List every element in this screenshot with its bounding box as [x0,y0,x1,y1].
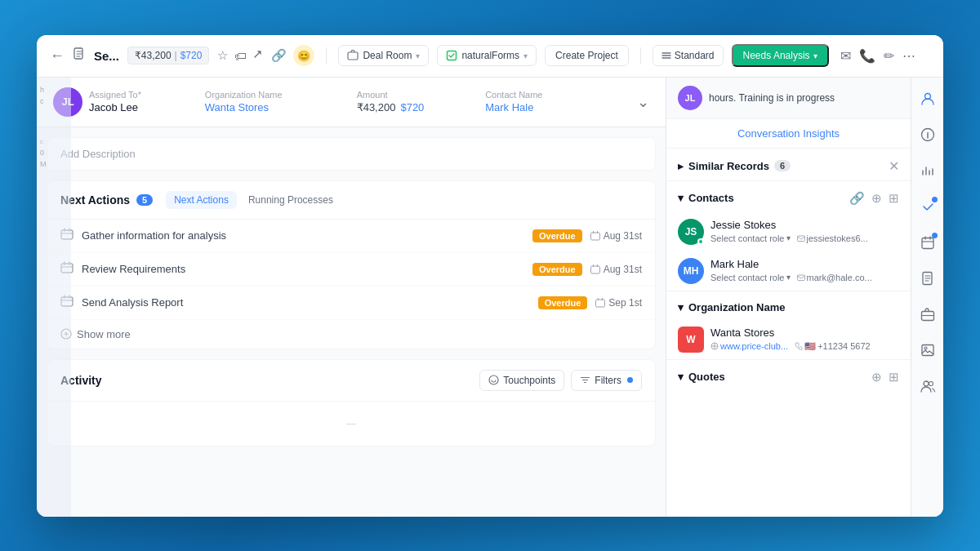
right-panel: JL hours. Training is in progress Conver… [666,78,911,517]
svg-rect-8 [596,300,605,307]
svg-rect-6 [590,266,599,273]
expand-button[interactable]: ⌄ [637,93,649,111]
similar-records-close[interactable]: ✕ [889,158,899,174]
quotes-expand-icon[interactable]: ⊞ [889,370,899,384]
amount-field: Amount ₹43,200 $720 [357,90,473,113]
quotes-header: ▾ Quotes ⊕ ⊞ [666,360,911,391]
rail-info-icon[interactable] [916,123,939,146]
rail-users-icon[interactable] [916,375,939,398]
emoji-button[interactable]: 😊 [293,45,314,66]
top-right-icons: ✉ 📞 ✏ ⋯ [840,48,915,64]
needs-analysis-chevron [813,51,817,60]
email-icon[interactable]: ✉ [840,48,851,64]
notif-avatar: JL [678,86,702,110]
check-dot [932,197,938,202]
toolbar-icons: ☆ 🏷 🔗 😊 [217,45,314,66]
mark-avatar: MH [678,258,704,284]
org-phone: 🇺🇸 +11234 5672 [795,341,871,352]
org-info: Wanta Stores www.price-club... 🇺🇸 +11234… [710,327,899,352]
filters-button[interactable]: Filters [571,370,642,391]
chevron-role: ▾ [786,233,791,242]
svg-point-10 [489,375,498,384]
description-area[interactable]: Add Description [47,137,656,171]
conv-insights-button[interactable]: Conversation Insights [666,118,911,148]
jessie-role-select[interactable]: Select contact role ▾ [710,233,791,243]
create-project-button[interactable]: Create Project [545,45,629,66]
conv-insights-section: JL hours. Training is in progress Conver… [666,78,911,149]
deal-room-button[interactable]: Deal Room [338,45,429,66]
svg-rect-12 [797,275,804,281]
contacts-title[interactable]: ▾ Contacts [678,192,734,204]
tab-running-processes[interactable]: Running Processes [240,191,341,209]
touchpoints-button[interactable]: Touchpoints [479,370,564,391]
next-actions-card: Next Actions 5 Next Actions Running Proc… [47,180,656,349]
action-item-1: Review Requirements Overdue Aug 31st [47,253,655,287]
mark-role-select[interactable]: Select contact role ▾ [710,273,791,282]
natural-forms-button[interactable]: naturalForms [437,45,537,66]
jessie-info: Jessie Stokes Select contact role ▾ jess… [710,219,899,243]
contacts-expand-icon[interactable]: ⊞ [889,191,899,206]
standard-button[interactable]: Standard [653,45,724,66]
jessie-email: jessiestokes6... [797,233,868,243]
quotes-actions: ⊕ ⊞ [871,370,899,384]
rail-briefcase-icon[interactable] [916,303,939,326]
link-icon[interactable]: 🔗 [271,48,287,63]
contacts-actions: 🔗 ⊕ ⊞ [849,191,899,206]
svg-point-19 [924,347,927,349]
contact-item-jessie: JS Jessie Stokes Select contact role ▾ [666,212,911,251]
contact-name-field: Contact Name Mark Hale [485,90,624,113]
rail-doc-icon[interactable] [916,267,939,290]
rail-calendar-icon[interactable] [916,231,939,254]
back-button[interactable]: ← [50,47,65,64]
contacts-header: ▾ Contacts 🔗 ⊕ ⊞ [666,181,911,212]
divider [326,47,327,64]
tab-next-actions[interactable]: Next Actions [166,191,237,209]
quotes-section: ▾ Quotes ⊕ ⊞ [666,359,911,391]
svg-rect-11 [797,236,804,242]
quotes-title[interactable]: ▾ Quotes [678,371,725,383]
mark-email: mark@hale.co... [797,273,872,282]
more-icon[interactable]: ⋯ [902,48,915,64]
page-title: Se... [94,49,119,63]
rail-image-icon[interactable] [916,339,939,362]
edit-link-icon[interactable] [253,49,265,63]
show-more-button[interactable]: Show more [47,320,655,349]
contacts-link-icon[interactable]: 🔗 [849,191,865,206]
activity-section: Activity Touchpoints [47,359,656,447]
dealroom-chevron [416,51,420,60]
chevron-quotes: ▾ [678,371,684,383]
star-icon[interactable]: ☆ [217,48,228,63]
action-item-0: Gather information for analysis Overdue … [47,220,655,253]
rail-check-icon[interactable] [916,195,939,218]
contact-header: JL Assigned To* Jacob Lee Organization N… [37,78,666,127]
tag-icon[interactable]: 🏷 [234,49,247,63]
org-website[interactable]: www.price-club... [710,341,788,351]
right-icon-rail [911,78,943,517]
center-panel: JL Assigned To* Jacob Lee Organization N… [37,78,666,517]
activity-header: Activity Touchpoints [47,360,655,402]
contacts-add-icon[interactable]: ⊕ [871,191,882,206]
chevron-contacts: ▾ [678,192,684,204]
svg-rect-18 [922,344,933,355]
rail-person-icon[interactable] [916,87,939,110]
chevron-mark-role: ▾ [786,273,791,282]
price-badge: ₹43,200 | $720 [127,47,210,64]
org-section: ▾ Organization Name W Wanta Stores www.p… [666,291,911,359]
pencil-icon[interactable]: ✏ [884,48,894,64]
chevron-similar: ▸ [678,160,684,172]
quotes-add-icon[interactable]: ⊕ [871,370,882,384]
needs-analysis-button[interactable]: Needs Analysis [732,44,829,67]
activity-buttons: Touchpoints Filters [479,370,642,391]
bg-left: h c c 0 M [37,78,71,517]
similar-records-title[interactable]: ▸ Similar Records 6 [678,160,791,172]
activity-empty: — [47,402,655,446]
contact-item-mark: MH Mark Hale Select contact role ▾ mark@… [666,251,911,291]
org-title[interactable]: ▾ Organization Name [678,301,785,313]
svg-point-21 [929,381,933,385]
main-content: h c c 0 M JL Assigned To* Jacob Lee O [37,78,943,517]
rail-chart-icon[interactable] [916,159,939,182]
jessie-avatar: JS [678,219,704,245]
svg-rect-4 [590,233,599,240]
phone-icon[interactable]: 📞 [859,48,875,64]
next-actions-header: Next Actions 5 Next Actions Running Proc… [47,181,655,220]
